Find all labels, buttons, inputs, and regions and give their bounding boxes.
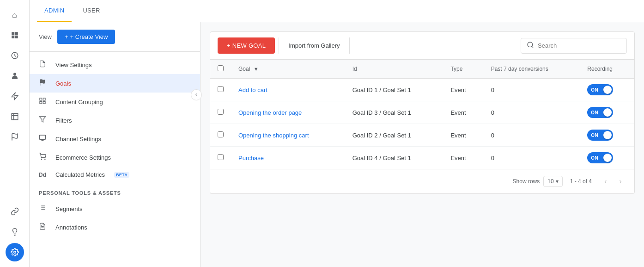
- recording-column-header: Recording: [580, 60, 634, 79]
- sidebar-item-calculated-metrics[interactable]: Dd Calculated Metrics BETA: [30, 167, 200, 183]
- goal-link[interactable]: Purchase: [238, 155, 264, 161]
- show-rows-label: Show rows: [513, 178, 540, 185]
- type-cell: Event: [443, 124, 483, 147]
- content-row: View + + Create View View Settings: [30, 22, 644, 267]
- select-all-checkbox[interactable]: [218, 65, 224, 71]
- svg-rect-18: [43, 101, 45, 104]
- toggle-knob: [603, 131, 612, 139]
- sidebar-item-label: View Settings: [55, 62, 92, 68]
- recording-toggle[interactable]: ON: [587, 84, 613, 95]
- toggle-label: ON: [591, 155, 598, 161]
- conversions-cell: 0: [484, 147, 580, 169]
- clock-icon[interactable]: [6, 46, 24, 65]
- create-view-button[interactable]: + + Create View: [57, 30, 115, 44]
- bolt-icon[interactable]: [6, 87, 24, 106]
- toggle-label: ON: [591, 87, 598, 93]
- conversions-cell: 0: [484, 79, 580, 101]
- svg-point-24: [45, 159, 45, 159]
- main-area: ADMIN USER View + + Create View View Set…: [30, 0, 644, 267]
- link-icon[interactable]: [6, 202, 24, 221]
- svg-point-5: [13, 73, 16, 75]
- row-checkbox[interactable]: [218, 109, 224, 115]
- collapse-panel-button[interactable]: [191, 89, 202, 100]
- flag-icon[interactable]: [6, 128, 24, 146]
- beta-badge: BETA: [114, 172, 129, 178]
- goal-link[interactable]: Opening the shopping cart: [238, 132, 309, 139]
- content-grouping-icon: [39, 97, 48, 106]
- icon-sidebar: ⌂: [0, 0, 30, 267]
- sidebar-item-ecommerce[interactable]: Ecommerce Settings: [30, 148, 200, 167]
- tab-user[interactable]: USER: [75, 0, 107, 22]
- recording-toggle[interactable]: ON: [587, 130, 613, 141]
- sidebar-item-channel-settings[interactable]: Channel Settings: [30, 130, 200, 148]
- segments-icon: [39, 204, 48, 213]
- import-from-gallery-button[interactable]: Import from Gallery: [279, 37, 349, 54]
- sidebar-item-view-settings[interactable]: View Settings: [30, 56, 200, 74]
- id-cell: Goal ID 2 / Goal Set 1: [345, 124, 444, 147]
- sort-icon: ▼: [254, 66, 259, 72]
- svg-rect-17: [40, 101, 42, 104]
- table-icon[interactable]: [6, 107, 24, 126]
- goal-cell: Opening the shopping cart: [231, 124, 345, 147]
- row-checkbox-cell: [210, 101, 231, 124]
- sidebar-item-label: Channel Settings: [55, 136, 101, 143]
- svg-rect-0: [12, 32, 14, 35]
- next-page-button[interactable]: ›: [614, 175, 627, 188]
- toggle-knob: [603, 154, 612, 162]
- plus-icon: +: [65, 33, 68, 40]
- sidebar-item-content-grouping[interactable]: Content Grouping: [30, 93, 200, 111]
- left-panel-header: View + + Create View: [30, 22, 200, 52]
- id-cell: Goal ID 4 / Goal Set 1: [345, 147, 444, 169]
- gear-icon[interactable]: [6, 243, 24, 261]
- pagination-nav: ‹ ›: [599, 175, 627, 188]
- goals-card: + NEW GOAL Import from Gallery: [210, 31, 635, 194]
- toggle-knob: [603, 86, 612, 94]
- rows-dropdown[interactable]: 10 ▾: [543, 176, 562, 187]
- svg-rect-2: [12, 36, 14, 38]
- recording-toggle[interactable]: ON: [587, 107, 613, 118]
- type-column-header: Type: [443, 60, 483, 79]
- sidebar-item-annotations[interactable]: Annotations: [30, 218, 200, 236]
- sidebar-item-label: Annotations: [55, 224, 87, 231]
- search-icon: [527, 41, 534, 50]
- conversions-cell: 0: [484, 124, 580, 147]
- row-checkbox[interactable]: [218, 154, 224, 160]
- person-icon[interactable]: [6, 67, 24, 85]
- search-box: [521, 38, 627, 54]
- row-checkbox[interactable]: [218, 131, 224, 137]
- svg-point-23: [41, 159, 42, 159]
- row-checkbox[interactable]: [218, 86, 224, 92]
- bulb-icon[interactable]: [6, 223, 24, 241]
- recording-cell: ON: [580, 101, 634, 124]
- recording-cell: ON: [580, 147, 634, 169]
- calculated-icon: Dd: [39, 172, 48, 178]
- svg-point-13: [13, 251, 16, 254]
- search-input[interactable]: [538, 42, 621, 49]
- goal-link[interactable]: Add to cart: [238, 87, 267, 93]
- sidebar-item-label: Content Grouping: [55, 99, 103, 106]
- dashboard-icon[interactable]: [6, 26, 24, 44]
- sidebar-item-label: Goals: [55, 80, 71, 87]
- tab-admin[interactable]: ADMIN: [37, 0, 72, 22]
- sidebar-item-label: Segments: [55, 205, 83, 212]
- goal-cell: Opening the order page: [231, 101, 345, 124]
- svg-rect-16: [43, 98, 45, 100]
- sidebar-item-goals[interactable]: Goals: [30, 74, 200, 93]
- new-goal-button[interactable]: + NEW GOAL: [218, 37, 275, 54]
- toggle-label: ON: [591, 110, 598, 115]
- sidebar-item-filters[interactable]: Filters: [30, 111, 200, 130]
- sidebar-item-segments[interactable]: Segments: [30, 199, 200, 218]
- svg-rect-20: [39, 135, 45, 139]
- toggle-label: ON: [591, 133, 598, 138]
- goal-link[interactable]: Opening the order page: [238, 109, 302, 116]
- home-icon[interactable]: ⌂: [6, 6, 24, 24]
- svg-point-33: [528, 42, 533, 47]
- left-panel: View + + Create View View Settings: [30, 22, 200, 267]
- recording-cell: ON: [580, 124, 634, 147]
- nav-menu: View Settings Goals Content Grouping: [30, 52, 200, 267]
- goals-icon: [39, 79, 48, 88]
- svg-marker-19: [39, 117, 45, 122]
- prev-page-button[interactable]: ‹: [599, 175, 612, 188]
- row-checkbox-cell: [210, 79, 231, 101]
- recording-toggle[interactable]: ON: [587, 152, 613, 163]
